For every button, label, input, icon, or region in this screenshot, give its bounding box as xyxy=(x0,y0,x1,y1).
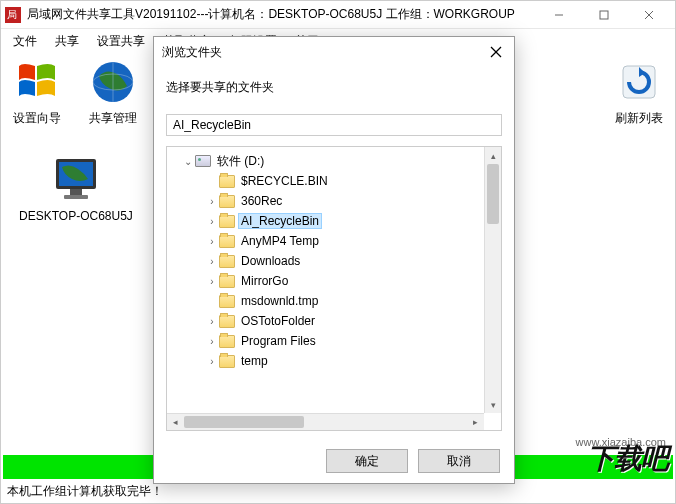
folder-icon xyxy=(219,295,235,308)
chevron-down-icon[interactable]: ⌄ xyxy=(181,156,195,167)
tree-folder-row[interactable]: ›MirrorGo xyxy=(169,271,499,291)
cancel-button[interactable]: 取消 xyxy=(418,449,500,473)
computer-item[interactable]: DESKTOP-OC68U5J xyxy=(19,153,133,223)
tree-folder-label: AnyMP4 Temp xyxy=(239,234,321,248)
scroll-down-button[interactable]: ▾ xyxy=(485,396,502,413)
tree-folder-label: msdownld.tmp xyxy=(239,294,320,308)
scroll-thumb-horizontal[interactable] xyxy=(184,416,304,428)
chevron-right-icon[interactable]: › xyxy=(205,316,219,327)
chevron-right-icon[interactable]: › xyxy=(205,256,219,267)
toolbar-wizard-label: 设置向导 xyxy=(13,110,61,127)
folder-icon xyxy=(219,235,235,248)
tree-folder-label: $RECYCLE.BIN xyxy=(239,174,330,188)
tree-folder-label: Program Files xyxy=(239,334,318,348)
chevron-right-icon[interactable]: › xyxy=(205,216,219,227)
toolbar-share-mgr-label: 共享管理 xyxy=(89,110,137,127)
scroll-left-button[interactable]: ◂ xyxy=(167,414,184,431)
window-title: 局域网文件共享工具V20191102---计算机名：DESKTOP-OC68U5… xyxy=(27,6,536,23)
scroll-right-button[interactable]: ▸ xyxy=(467,414,484,431)
selected-path-field[interactable]: AI_RecycleBin xyxy=(166,114,502,136)
ok-button[interactable]: 确定 xyxy=(326,449,408,473)
tree-folder-row[interactable]: ›AI_RecycleBin xyxy=(169,211,499,231)
refresh-icon xyxy=(615,58,663,106)
tree-root: ⌄ 软件 (D:) $RECYCLE.BIN›360Rec›AI_Recycle… xyxy=(167,147,501,375)
scrollbar-vertical[interactable]: ▴ ▾ xyxy=(484,147,501,413)
minimize-button[interactable] xyxy=(536,2,581,28)
selected-path-text: AI_RecycleBin xyxy=(173,118,251,132)
scrollbar-horizontal[interactable]: ◂ ▸ xyxy=(167,413,484,430)
tree-folder-row[interactable]: ›AnyMP4 Temp xyxy=(169,231,499,251)
tree-folder-label: AI_RecycleBin xyxy=(239,214,321,228)
tree-folder-row[interactable]: ›OSTotoFolder xyxy=(169,311,499,331)
globe-icon xyxy=(89,58,137,106)
chevron-right-icon[interactable]: › xyxy=(205,356,219,367)
close-button[interactable] xyxy=(626,2,671,28)
svg-rect-1 xyxy=(600,11,608,19)
window-controls xyxy=(536,2,671,28)
folder-icon xyxy=(219,335,235,348)
watermark-text: 下载吧 xyxy=(587,440,668,478)
tree-drive-row[interactable]: ⌄ 软件 (D:) xyxy=(169,151,499,171)
app-icon xyxy=(5,7,21,23)
scroll-up-button[interactable]: ▴ xyxy=(485,147,502,164)
folder-icon xyxy=(219,275,235,288)
statusbar: 本机工作组计算机获取完毕！ xyxy=(3,481,673,501)
dialog-footer: 确定 取消 xyxy=(154,439,514,483)
folder-tree[interactable]: ⌄ 软件 (D:) $RECYCLE.BIN›360Rec›AI_Recycle… xyxy=(166,146,502,431)
scroll-thumb-vertical[interactable] xyxy=(487,164,499,224)
chevron-right-icon[interactable]: › xyxy=(205,196,219,207)
toolbar-share-mgr[interactable]: 共享管理 xyxy=(89,58,137,127)
dialog-title: 浏览文件夹 xyxy=(162,44,486,61)
tree-folder-label: MirrorGo xyxy=(239,274,290,288)
svg-rect-10 xyxy=(70,189,82,195)
windows-flag-icon xyxy=(13,58,61,106)
tree-folder-row[interactable]: ›temp xyxy=(169,351,499,371)
maximize-button[interactable] xyxy=(581,2,626,28)
folder-icon xyxy=(219,315,235,328)
folder-icon xyxy=(219,195,235,208)
folder-icon xyxy=(219,255,235,268)
status-message: 本机工作组计算机获取完毕！ xyxy=(7,483,163,500)
folder-icon xyxy=(219,215,235,228)
tree-folder-row[interactable]: msdownld.tmp xyxy=(169,291,499,311)
drive-icon xyxy=(195,155,211,167)
folder-icon xyxy=(219,175,235,188)
computer-item-label: DESKTOP-OC68U5J xyxy=(19,209,133,223)
tree-folder-label: OSTotoFolder xyxy=(239,314,317,328)
tree-folder-row[interactable]: $RECYCLE.BIN xyxy=(169,171,499,191)
titlebar: 局域网文件共享工具V20191102---计算机名：DESKTOP-OC68U5… xyxy=(1,1,675,29)
svg-rect-11 xyxy=(64,195,88,199)
tree-folder-label: 360Rec xyxy=(239,194,284,208)
browse-folder-dialog: 浏览文件夹 选择要共享的文件夹 AI_RecycleBin ⌄ 软件 (D:) … xyxy=(153,36,515,484)
tree-drive-label: 软件 (D:) xyxy=(215,153,266,170)
watermark-logo: 下载吧 xyxy=(587,440,668,478)
tree-folder-row[interactable]: ›360Rec xyxy=(169,191,499,211)
toolbar-refresh[interactable]: 刷新列表 xyxy=(615,58,663,127)
toolbar-wizard[interactable]: 设置向导 xyxy=(13,58,61,127)
dialog-instruction: 选择要共享的文件夹 xyxy=(166,75,502,104)
menu-config-share[interactable]: 设置共享 xyxy=(89,31,153,52)
menu-share[interactable]: 共享 xyxy=(47,31,87,52)
dialog-titlebar: 浏览文件夹 xyxy=(154,37,514,67)
close-icon xyxy=(490,46,502,58)
tree-folder-label: Downloads xyxy=(239,254,302,268)
chevron-right-icon[interactable]: › xyxy=(205,236,219,247)
toolbar-refresh-label: 刷新列表 xyxy=(615,110,663,127)
menu-file[interactable]: 文件 xyxy=(5,31,45,52)
tree-folder-row[interactable]: ›Downloads xyxy=(169,251,499,271)
folder-icon xyxy=(219,355,235,368)
computer-monitor-icon xyxy=(50,153,102,205)
tree-folder-label: temp xyxy=(239,354,270,368)
chevron-right-icon[interactable]: › xyxy=(205,276,219,287)
chevron-right-icon[interactable]: › xyxy=(205,336,219,347)
tree-folder-row[interactable]: ›Program Files xyxy=(169,331,499,351)
dialog-close-button[interactable] xyxy=(486,42,506,62)
dialog-body: 选择要共享的文件夹 AI_RecycleBin ⌄ 软件 (D:) $RECYC… xyxy=(154,67,514,439)
